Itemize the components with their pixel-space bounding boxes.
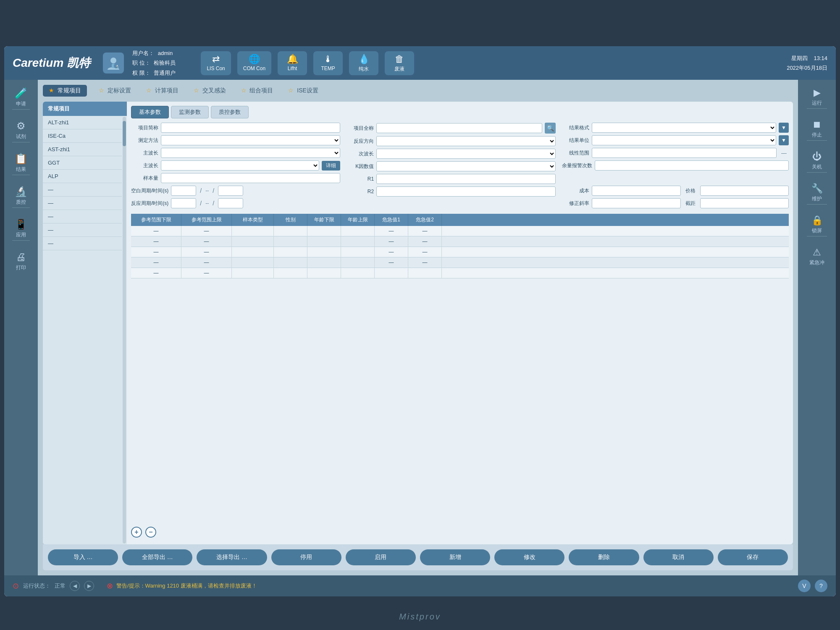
tab-ise[interactable]: ☆ ISE设置 <box>285 85 321 97</box>
sidebar-shutdown[interactable]: ⏻ 关机 <box>798 148 836 178</box>
direction-select[interactable] <box>376 136 556 146</box>
sidebar-item-apply2[interactable]: 📱 应用 <box>4 215 38 246</box>
pure-water-button[interactable]: 💧 纯水 <box>349 51 378 75</box>
table-row: — — — — <box>131 226 789 236</box>
linear-range-label: 线性范围 <box>562 150 589 157</box>
sidebar-stop[interactable]: ⏹ 停止 <box>798 116 836 146</box>
status-nav-prev[interactable]: ◀ <box>70 581 80 591</box>
detail-button[interactable]: 详细 <box>322 161 340 171</box>
export-select-button[interactable]: 选择导出 … <box>197 549 267 565</box>
reaction-slash2: / <box>211 200 215 207</box>
sidebar-maintenance[interactable]: 🔧 维护 <box>798 180 836 210</box>
enable-button[interactable]: 启用 <box>346 549 416 565</box>
remove-row-button[interactable]: − <box>145 527 156 538</box>
result-unit-select[interactable] <box>592 135 776 145</box>
list-item-e9[interactable]: — <box>43 237 122 250</box>
list-item-ast[interactable]: AST-zhi1 <box>43 143 122 156</box>
r2-input[interactable] <box>376 186 556 197</box>
save-button[interactable]: 保存 <box>718 549 788 565</box>
sidebar-item-apply[interactable]: 🧪 申请 <box>4 84 38 115</box>
sidebar-divider-5 <box>12 240 30 241</box>
list-item-e8[interactable]: — <box>43 223 122 237</box>
sub-wave-select[interactable] <box>376 149 556 159</box>
search-button[interactable]: 🔍 <box>545 123 556 134</box>
sidebar-item-print[interactable]: 🖨 打印 <box>4 248 38 275</box>
result-format-select[interactable] <box>592 123 776 133</box>
disable-button[interactable]: 停用 <box>271 549 341 565</box>
cell-r5c7 <box>375 268 408 278</box>
sub-tab-basic[interactable]: 基本参数 <box>131 106 169 118</box>
result-format-down-icon[interactable]: ▼ <box>779 123 789 133</box>
list-item-ise[interactable]: ISE-Ca <box>43 129 122 143</box>
alarm-count-label: 余量报警次数 <box>562 162 592 169</box>
modify-button[interactable]: 修改 <box>494 549 564 565</box>
temp-button[interactable]: 🌡 TEMP <box>313 51 343 75</box>
status-v-button[interactable]: V <box>798 580 811 592</box>
sidebar-item-result[interactable]: 📋 结果 <box>4 150 38 180</box>
sidebar-lock[interactable]: 🔒 锁屏 <box>798 212 836 242</box>
cell-r5c3 <box>232 268 274 278</box>
list-scrollbar[interactable] <box>123 117 126 543</box>
reaction-period-input2[interactable] <box>218 198 243 208</box>
waste-button[interactable]: 🗑 废液 <box>385 51 414 75</box>
sidebar-item-qc[interactable]: 🔬 质控 <box>4 182 38 213</box>
delete-button[interactable]: 删除 <box>569 549 639 565</box>
tab-combo[interactable]: ☆ 组合项目 <box>238 85 277 97</box>
import-button[interactable]: 导入 … <box>48 549 118 565</box>
lifht-button[interactable]: 🔔 Lifht <box>278 51 307 75</box>
main-wave1-select[interactable] <box>161 148 340 158</box>
list-item-alt[interactable]: ALT-zhi1 <box>43 116 122 129</box>
intercept-input[interactable] <box>700 198 789 208</box>
warning-message: 警告/提示：Warning 1210 废液桶满，请检查并排放废液！ <box>116 582 257 590</box>
cost-input[interactable] <box>592 186 680 196</box>
col-critical2: 危急值2 <box>408 214 442 226</box>
blank-period-input2[interactable] <box>218 186 243 196</box>
list-item-e7[interactable]: — <box>43 210 122 223</box>
tab-cross[interactable]: ☆ 交叉感染 <box>190 85 229 97</box>
status-q-button[interactable]: ? <box>815 580 827 592</box>
add-button[interactable]: 新增 <box>420 549 490 565</box>
r1-input[interactable] <box>376 174 556 184</box>
cell-r5c4 <box>274 268 307 278</box>
method-select[interactable] <box>161 135 340 145</box>
blank-period-input1[interactable] <box>171 186 196 196</box>
com-con-button[interactable]: 🌐 COM Con <box>237 51 271 75</box>
list-item-ggt[interactable]: GGT <box>43 156 122 170</box>
cancel-button[interactable]: 取消 <box>643 549 714 565</box>
tab-calibration[interactable]: ☆ 定标设置 <box>95 85 134 97</box>
content-area: ★ 常规项目 ☆ 定标设置 ☆ 计算项目 ☆ 交叉感染 ☆ 组合项目 <box>38 80 798 575</box>
price-input[interactable] <box>700 186 789 196</box>
result-unit-down-icon[interactable]: ▼ <box>779 135 789 145</box>
cell-r1c5 <box>307 226 341 236</box>
form-right-col: 结果格式 ▼ 结果单位 ▼ 线性范围 <box>562 123 789 208</box>
tab-regular[interactable]: ★ 常规项目 <box>43 85 87 97</box>
add-row-button[interactable]: + <box>131 527 142 538</box>
list-item-e6[interactable]: — <box>43 197 122 210</box>
tab-calculation[interactable]: ☆ 计算项目 <box>143 85 182 97</box>
lis-con-button[interactable]: ⇄ LIS Con <box>201 51 231 75</box>
export-all-button[interactable]: 全部导出 … <box>122 549 192 565</box>
svg-point-0 <box>110 58 116 63</box>
list-item-alp[interactable]: ALP <box>43 170 122 183</box>
k-factor-select[interactable] <box>376 161 556 171</box>
status-nav-next[interactable]: ▶ <box>84 581 94 591</box>
slope-input[interactable] <box>592 198 680 208</box>
reaction-period-input1[interactable] <box>171 198 196 208</box>
cell-r2c6 <box>341 236 375 247</box>
sidebar-item-reagent[interactable]: ⚙ 试剂 <box>4 117 38 147</box>
shortname-input[interactable] <box>161 123 340 133</box>
user-info: 🔬 用户名： admin 职 位： 检验科员 权 限： 普通用户 <box>103 48 176 78</box>
sidebar-run[interactable]: ▶ 运行 <box>798 84 836 114</box>
sample-input[interactable] <box>161 173 340 183</box>
sub-tab-monitor[interactable]: 监测参数 <box>171 106 209 118</box>
fullname-input[interactable] <box>376 123 542 133</box>
sidebar-emergency[interactable]: ⚠ 紧急冲 <box>798 244 836 270</box>
date: 2022年05月18日 <box>787 63 827 73</box>
linear-range-input[interactable] <box>592 148 777 158</box>
sub-tab-quality[interactable]: 质控参数 <box>211 106 249 118</box>
alarm-count-input[interactable] <box>595 160 789 171</box>
circle-icon: ⊙ <box>13 581 19 591</box>
list-item-e5[interactable]: — <box>43 183 122 197</box>
form-mid-col: 项目全称 🔍 反应方向 次波长 <box>346 123 556 208</box>
main-wave2-select[interactable] <box>161 160 319 171</box>
